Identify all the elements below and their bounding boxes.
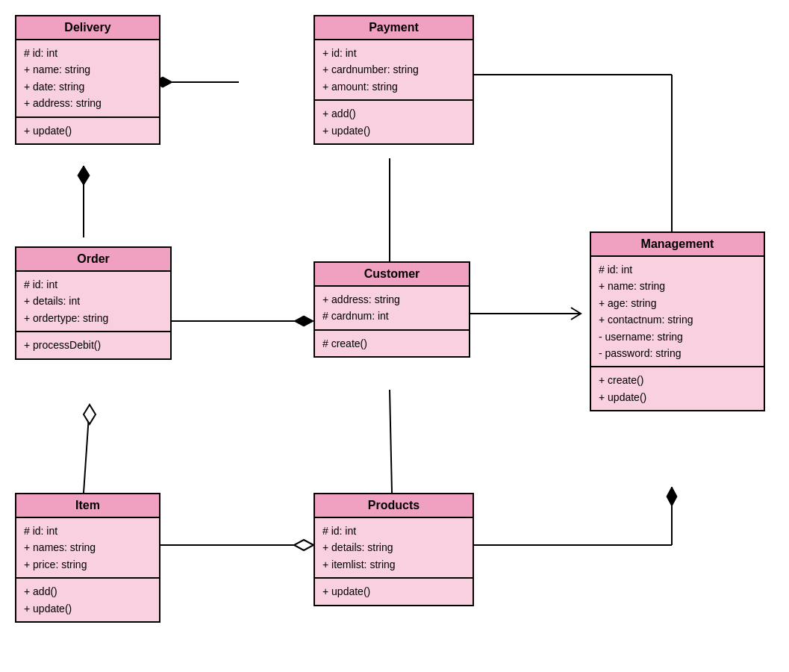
item-class: Item # id: int + names: string + price: … (15, 493, 160, 623)
svg-marker-6 (294, 316, 314, 326)
delivery-methods: + update() (16, 118, 159, 143)
customer-class: Customer + address: string # cardnum: in… (314, 261, 470, 358)
order-methods: + processDebit() (16, 332, 170, 358)
item-title: Item (16, 494, 159, 518)
svg-marker-11 (294, 540, 314, 550)
delivery-title: Delivery (16, 16, 159, 40)
products-methods: + update() (315, 579, 473, 604)
customer-title: Customer (315, 263, 469, 287)
item-attributes: # id: int + names: string + price: strin… (16, 518, 159, 579)
svg-marker-15 (667, 487, 677, 506)
management-methods: + create() + update() (591, 367, 764, 410)
products-class: Products # id: int + details: string + i… (314, 493, 474, 606)
svg-marker-9 (84, 405, 96, 424)
order-title: Order (16, 248, 170, 272)
order-class: Order # id: int + details: int + orderty… (15, 246, 172, 360)
payment-methods: + add() + update() (315, 101, 473, 143)
svg-line-8 (84, 405, 90, 493)
svg-marker-1 (78, 166, 90, 185)
customer-attributes: + address: string # cardnum: int (315, 287, 469, 331)
delivery-attributes: # id: int + name: string + date: string … (16, 40, 159, 118)
order-attributes: # id: int + details: int + ordertype: st… (16, 272, 170, 332)
management-title: Management (591, 233, 764, 257)
delivery-class: Delivery # id: int + name: string + date… (15, 15, 160, 145)
products-attributes: # id: int + details: string + itemlist: … (315, 518, 473, 579)
item-methods: + add() + update() (16, 579, 159, 621)
management-attributes: # id: int + name: string + age: string +… (591, 257, 764, 367)
management-class: Management # id: int + name: string + ag… (590, 231, 765, 411)
payment-title: Payment (315, 16, 473, 40)
payment-attributes: + id: int + cardnumber: string + amount:… (315, 40, 473, 101)
payment-class: Payment + id: int + cardnumber: string +… (314, 15, 474, 145)
customer-methods: # create() (315, 331, 469, 356)
products-title: Products (315, 494, 473, 518)
diagram-container: Delivery # id: int + name: string + date… (0, 0, 789, 672)
svg-line-12 (390, 390, 392, 493)
